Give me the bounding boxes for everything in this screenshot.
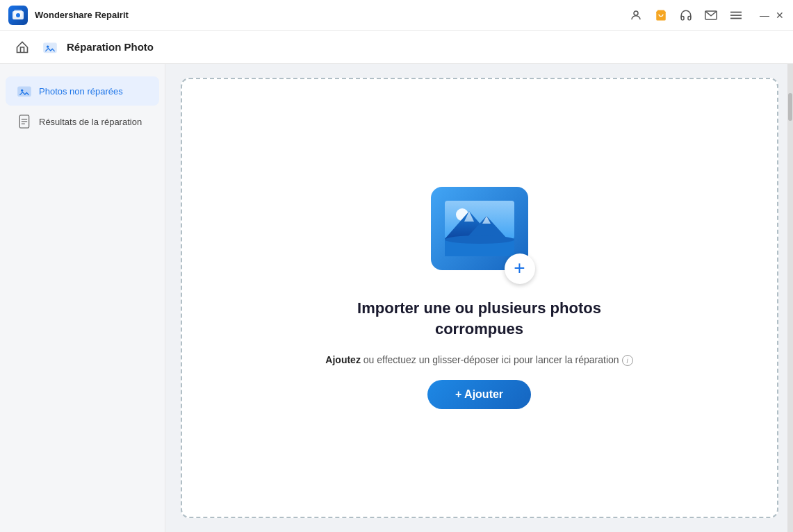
svg-point-2 <box>16 13 20 17</box>
main-layout: Photos non réparées Résultats de la répa… <box>0 64 793 532</box>
scrollbar-thumb[interactable] <box>788 93 792 121</box>
user-icon[interactable] <box>629 8 643 22</box>
svg-point-3 <box>634 11 638 15</box>
app-logo <box>8 6 28 25</box>
page-title: Réparation Photo <box>67 41 154 53</box>
header-bar: Réparation Photo <box>0 31 793 64</box>
subtitle-bold: Ajoutez <box>325 354 361 365</box>
window-controls: — ✕ <box>760 10 785 20</box>
svg-point-12 <box>21 90 23 92</box>
sidebar-results-label: Résultats de la réparation <box>39 117 142 127</box>
add-button[interactable]: + Ajouter <box>427 380 531 409</box>
info-icon[interactable]: i <box>622 355 633 366</box>
title-bar-left: Wondershare Repairit <box>8 6 129 25</box>
svg-point-24 <box>445 235 514 244</box>
mail-icon[interactable] <box>704 8 718 22</box>
drop-zone-subtitle: Ajoutez ou effectuez un glisser-déposer … <box>325 354 632 366</box>
repair-results-icon <box>17 114 32 129</box>
scrollbar-track[interactable] <box>787 64 793 532</box>
sidebar-item-unrepaired-photos[interactable]: Photos non réparées <box>6 76 159 106</box>
page-header-icon <box>42 39 58 56</box>
svg-point-10 <box>47 45 49 47</box>
subtitle-rest: ou effectuez un glisser-déposer ici pour… <box>361 354 619 365</box>
minimize-button[interactable]: — <box>760 10 769 20</box>
sidebar: Photos non réparées Résultats de la répa… <box>0 64 165 532</box>
drop-zone[interactable]: + Importer une ou plusieurs photoscorrom… <box>181 78 778 518</box>
photo-add-icon: + <box>424 187 535 284</box>
menu-icon[interactable] <box>729 8 743 22</box>
plus-sign: + <box>514 258 525 278</box>
close-button[interactable]: ✕ <box>775 10 785 20</box>
home-button[interactable] <box>11 36 33 58</box>
app-name: Wondershare Repairit <box>35 10 129 20</box>
unrepaired-photos-icon <box>17 83 32 99</box>
title-bar-right: — ✕ <box>629 8 785 22</box>
headset-icon[interactable] <box>679 8 693 22</box>
cart-icon[interactable] <box>654 8 668 22</box>
title-bar: Wondershare Repairit <box>0 0 793 31</box>
drop-zone-title: Importer une ou plusieurs photoscorrompu… <box>357 298 601 341</box>
plus-circle: + <box>505 253 535 284</box>
sidebar-item-repair-results[interactable]: Résultats de la réparation <box>6 107 159 136</box>
content-area: + Importer une ou plusieurs photoscorrom… <box>165 64 793 532</box>
sidebar-unrepaired-label: Photos non réparées <box>39 86 123 97</box>
